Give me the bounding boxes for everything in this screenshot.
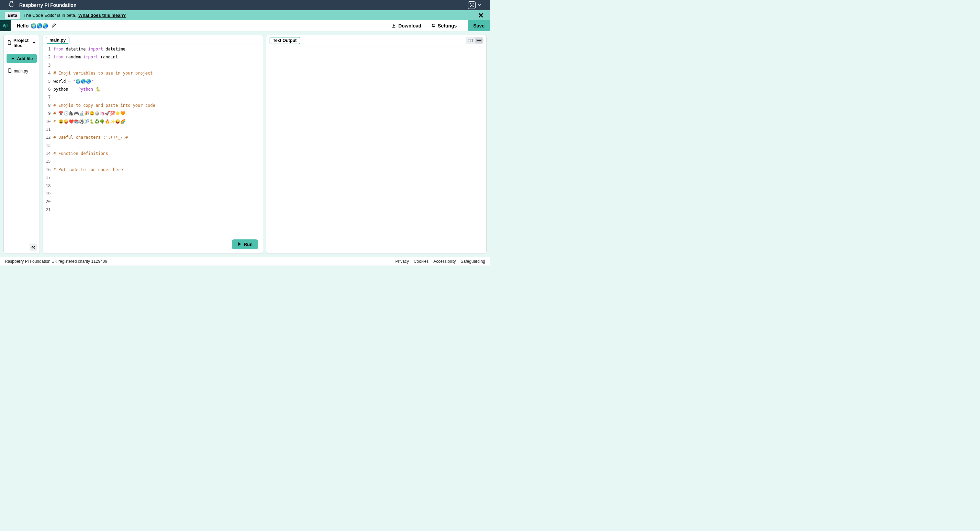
- settings-button[interactable]: Settings: [426, 23, 461, 29]
- download-label: Download: [398, 23, 421, 29]
- play-icon: [237, 242, 241, 247]
- project-toolbar: Hello 🌍🌎🌏 Download Settings Save: [0, 20, 490, 31]
- sidebar-header-label: Project files: [13, 38, 30, 48]
- layout-stacked-icon[interactable]: [475, 37, 483, 44]
- add-file-label: Add file: [17, 56, 33, 61]
- project-title-emoji: 🌍🌎🌏: [30, 23, 48, 29]
- run-label: Run: [244, 242, 253, 247]
- settings-label: Settings: [438, 23, 457, 29]
- footer-link-accessibility[interactable]: Accessibility: [433, 259, 456, 264]
- top-navbar: Raspberry Pi Foundation: [0, 0, 490, 10]
- file-item-main-py[interactable]: main.py: [4, 66, 40, 76]
- file-icon: [7, 40, 11, 46]
- raspberry-pi-logo-icon: [8, 1, 14, 10]
- beta-text: The Code Editor is in beta.: [23, 13, 76, 18]
- layout-side-by-side-icon[interactable]: [466, 37, 474, 44]
- collapse-sidebar-chevron-up-icon[interactable]: [32, 41, 36, 46]
- code-club-logo-icon: [0, 20, 11, 31]
- output-tab-text[interactable]: Text Output: [269, 37, 300, 44]
- footer-link-cookies[interactable]: Cookies: [414, 259, 428, 264]
- workspace: Project files ＋ Add file main.py main.py…: [0, 31, 490, 257]
- beta-notice-bar: Beta The Code Editor is in beta. What do…: [0, 10, 490, 20]
- footer-link-safeguarding[interactable]: Safeguarding: [461, 259, 485, 264]
- code-editor[interactable]: 123456789101112131415161718192021 from d…: [43, 44, 263, 253]
- footer: Raspberry Pi Foundation UK registered ch…: [0, 257, 490, 266]
- svg-point-5: [432, 24, 433, 25]
- editor-tab-main-py[interactable]: main.py: [46, 37, 69, 44]
- save-label: Save: [473, 23, 485, 29]
- file-item-label: main.py: [14, 69, 28, 73]
- svg-point-6: [434, 26, 435, 27]
- save-button[interactable]: Save: [468, 20, 490, 31]
- footer-link-privacy[interactable]: Privacy: [396, 259, 409, 264]
- download-button[interactable]: Download: [387, 23, 426, 29]
- beta-help-link[interactable]: What does this mean?: [78, 13, 126, 18]
- footer-charity-text: Raspberry Pi Foundation UK registered ch…: [5, 259, 107, 264]
- edit-title-icon[interactable]: [51, 23, 56, 29]
- output-panel: Text Output: [266, 35, 487, 254]
- account-button[interactable]: [468, 2, 476, 9]
- svg-rect-0: [470, 3, 471, 5]
- file-sidebar: Project files ＋ Add file main.py: [3, 35, 40, 254]
- line-number-gutter: 123456789101112131415161718192021: [43, 45, 53, 253]
- code-editor-panel: main.py 12345678910111213141516171819202…: [43, 35, 263, 254]
- project-title-text: Hello: [17, 23, 29, 29]
- code-content[interactable]: from datetime import datetimefrom random…: [53, 45, 263, 253]
- project-title: Hello 🌍🌎🌏: [17, 23, 48, 29]
- plus-icon: ＋: [11, 56, 15, 62]
- account-chevron-down-icon[interactable]: [477, 2, 482, 8]
- beta-badge: Beta: [5, 12, 20, 19]
- collapse-panel-button[interactable]: [30, 243, 37, 251]
- svg-rect-4: [473, 6, 474, 7]
- svg-rect-1: [473, 3, 474, 5]
- app-title: Raspberry Pi Foundation: [19, 2, 76, 8]
- svg-rect-3: [470, 6, 471, 7]
- close-icon[interactable]: ✕: [477, 11, 485, 19]
- file-icon: [8, 68, 12, 74]
- svg-rect-2: [471, 5, 473, 6]
- add-file-button[interactable]: ＋ Add file: [6, 54, 37, 63]
- run-button[interactable]: Run: [232, 239, 258, 250]
